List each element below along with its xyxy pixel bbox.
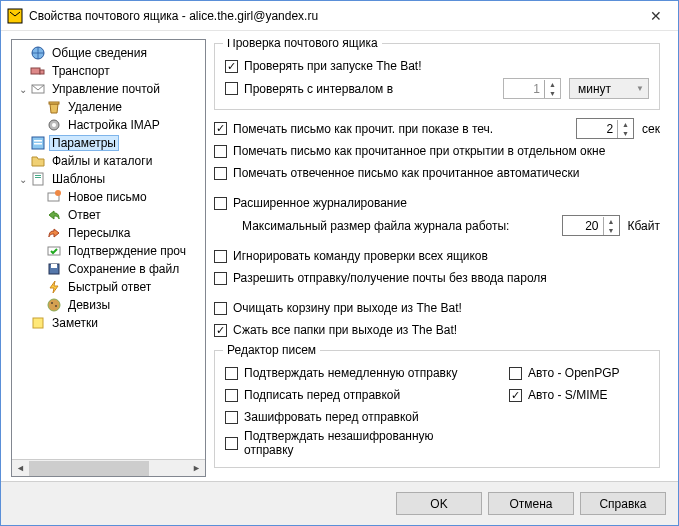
- tree-item[interactable]: Новое письмо: [12, 188, 205, 206]
- tree-item-label: Удаление: [65, 99, 125, 115]
- group-editor: Редактор писем Подтверждать немедленную …: [214, 350, 660, 468]
- group-editor-legend: Редактор писем: [223, 343, 320, 357]
- tree-item[interactable]: Сохранение в файл: [12, 260, 205, 278]
- tree-item-label: Файлы и каталоги: [49, 153, 155, 169]
- svg-point-21: [55, 305, 57, 307]
- auto-smime-checkbox[interactable]: [509, 389, 522, 402]
- tree-item-label: Сохранение в файл: [65, 261, 182, 277]
- nav-tree-panel: Общие сведенияТранспорт⌄Управление почто…: [11, 39, 206, 477]
- tree-hscrollbar[interactable]: ◄ ►: [12, 459, 205, 476]
- quick-icon: [46, 279, 62, 295]
- scroll-right-icon[interactable]: ►: [188, 461, 205, 476]
- tree-item-label: Девизы: [65, 297, 113, 313]
- svg-point-19: [48, 299, 60, 311]
- ext-log-checkbox[interactable]: [214, 197, 227, 210]
- svg-rect-9: [34, 140, 42, 142]
- group-legend: Проверка почтового ящика: [223, 39, 382, 50]
- auto-pgp-checkbox[interactable]: [509, 367, 522, 380]
- encrypt-checkbox[interactable]: [225, 411, 238, 424]
- nav-tree[interactable]: Общие сведенияТранспорт⌄Управление почто…: [12, 40, 205, 459]
- tree-item[interactable]: Пересылка: [12, 224, 205, 242]
- window-title: Свойства почтового ящика - alice.the.gir…: [29, 9, 633, 23]
- tree-item-label: Управление почтой: [49, 81, 163, 97]
- mark-read-spinner[interactable]: ▲▼: [576, 118, 634, 139]
- interval-unit-dropdown[interactable]: минут▼: [569, 78, 649, 99]
- tree-item[interactable]: Подтверждение проч: [12, 242, 205, 260]
- close-button[interactable]: ✕: [633, 1, 678, 30]
- mark-window-checkbox[interactable]: [214, 145, 227, 158]
- tree-item[interactable]: Заметки: [12, 314, 205, 332]
- mail-icon: [30, 81, 46, 97]
- tree-item-label: Подтверждение проч: [65, 243, 189, 259]
- allow-nopass-checkbox[interactable]: [214, 272, 227, 285]
- newmail-icon: [46, 189, 62, 205]
- notes-icon: [30, 315, 46, 331]
- save-icon: [46, 261, 62, 277]
- sign-label: Подписать перед отправкой: [244, 388, 400, 402]
- tree-item-label: Заметки: [49, 315, 101, 331]
- check-interval-label: Проверять с интервалом в: [244, 82, 503, 96]
- confirm-send-checkbox[interactable]: [225, 367, 238, 380]
- confirm-unenc-checkbox[interactable]: [225, 437, 238, 450]
- ext-log-label: Расширенное журналирование: [233, 196, 407, 210]
- svg-point-20: [51, 302, 53, 304]
- encrypt-label: Зашифровать перед отправкой: [244, 410, 419, 424]
- svg-rect-5: [49, 102, 59, 104]
- group-mail-check: Проверка почтового ящика Проверять при з…: [214, 43, 660, 110]
- tree-item-label: Шаблоны: [49, 171, 108, 187]
- svg-rect-3: [40, 70, 44, 74]
- compact-label: Сжать все папки при выходе из The Bat!: [233, 323, 457, 337]
- options-panel: Проверка почтового ящика Проверять при з…: [210, 39, 668, 477]
- reply-icon: [46, 207, 62, 223]
- templates-icon: [30, 171, 46, 187]
- auto-pgp-label: Авто - OpenPGP: [528, 366, 620, 380]
- svg-rect-18: [51, 264, 57, 268]
- check-startup-checkbox[interactable]: [225, 60, 238, 73]
- interval-spinner[interactable]: ▲▼: [503, 78, 561, 99]
- empty-trash-checkbox[interactable]: [214, 302, 227, 315]
- svg-rect-11: [33, 173, 43, 185]
- expander-icon[interactable]: ⌄: [16, 84, 30, 95]
- tree-item[interactable]: Транспорт: [12, 62, 205, 80]
- confirm-send-label: Подтверждать немедленную отправку: [244, 366, 457, 380]
- sign-checkbox[interactable]: [225, 389, 238, 402]
- tree-item[interactable]: Удаление: [12, 98, 205, 116]
- svg-rect-13: [35, 177, 41, 178]
- tree-item[interactable]: Быстрый ответ: [12, 278, 205, 296]
- dialog-footer: OK Отмена Справка: [1, 481, 678, 525]
- mark-reply-label: Помечать отвеченное письмо как прочитанн…: [233, 166, 579, 180]
- tree-item[interactable]: Параметры: [12, 134, 205, 152]
- truck-icon: [30, 63, 46, 79]
- tree-item-label: Общие сведения: [49, 45, 150, 61]
- svg-point-15: [55, 190, 61, 196]
- scroll-left-icon[interactable]: ◄: [12, 461, 29, 476]
- ok-button[interactable]: OK: [396, 492, 482, 515]
- ignore-all-label: Игнорировать команду проверки всех ящико…: [233, 249, 488, 263]
- help-button[interactable]: Справка: [580, 492, 666, 515]
- app-icon: [7, 8, 23, 24]
- mark-read-unit: сек: [642, 122, 660, 136]
- tree-item[interactable]: Ответ: [12, 206, 205, 224]
- log-size-label: Максимальный размер файла журнала работы…: [242, 219, 562, 233]
- check-startup-label: Проверять при запуске The Bat!: [244, 59, 422, 73]
- log-size-spinner[interactable]: ▲▼: [562, 215, 620, 236]
- compact-checkbox[interactable]: [214, 324, 227, 337]
- tree-item[interactable]: Девизы: [12, 296, 205, 314]
- mark-read-label: Помечать письмо как прочит. при показе в…: [233, 122, 576, 136]
- mark-reply-checkbox[interactable]: [214, 167, 227, 180]
- tree-item[interactable]: Файлы и каталоги: [12, 152, 205, 170]
- check-interval-checkbox[interactable]: [225, 82, 238, 95]
- tree-item[interactable]: Общие сведения: [12, 44, 205, 62]
- tree-item[interactable]: Настройка IMAP: [12, 116, 205, 134]
- tree-item[interactable]: ⌄Управление почтой: [12, 80, 205, 98]
- tree-item-label: Параметры: [49, 135, 119, 151]
- cancel-button[interactable]: Отмена: [488, 492, 574, 515]
- ignore-all-checkbox[interactable]: [214, 250, 227, 263]
- tree-item[interactable]: ⌄Шаблоны: [12, 170, 205, 188]
- mark-read-checkbox[interactable]: [214, 122, 227, 135]
- globe-icon: [30, 45, 46, 61]
- scroll-thumb[interactable]: [29, 461, 149, 476]
- options-icon: [30, 135, 46, 151]
- folder-icon: [30, 153, 46, 169]
- expander-icon[interactable]: ⌄: [16, 174, 30, 185]
